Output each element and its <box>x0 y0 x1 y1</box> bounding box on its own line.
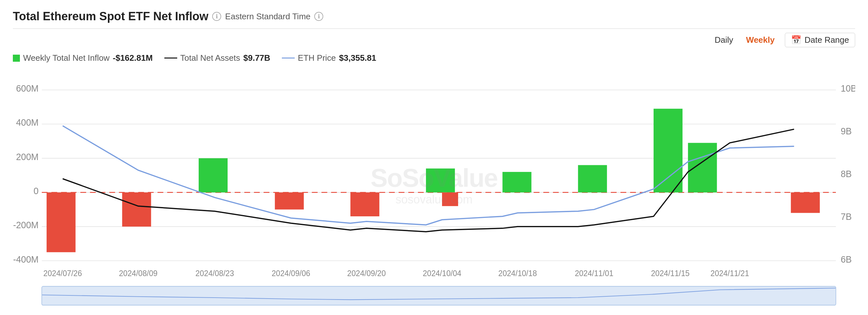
bar-7 <box>502 172 531 193</box>
svg-text:2024/08/23: 2024/08/23 <box>195 269 234 278</box>
legend-item-eth: ETH Price $3,355.81 <box>282 53 376 63</box>
svg-text:2024/10/18: 2024/10/18 <box>498 269 537 278</box>
bar-10 <box>688 143 717 193</box>
svg-text:-400M: -400M <box>13 254 38 264</box>
time-toggle-group: Daily Weekly <box>712 34 777 46</box>
inflow-legend-label: Weekly Total Net Inflow <box>23 53 110 63</box>
timezone-info-icon[interactable]: ℹ <box>314 12 323 21</box>
svg-text:2024/09/06: 2024/09/06 <box>272 269 310 278</box>
bar-2 <box>122 193 151 227</box>
legend-item-assets: Total Net Assets $9.77B <box>164 53 270 63</box>
bar-4 <box>275 193 304 209</box>
svg-text:200M: 200M <box>16 151 38 162</box>
svg-text:2024/11/21: 2024/11/21 <box>710 269 749 278</box>
bar-8 <box>578 165 607 193</box>
inflow-legend-value: -$162.81M <box>113 53 153 63</box>
assets-legend-line <box>164 58 177 58</box>
eth-legend-label: ETH Price <box>298 53 336 63</box>
bar-9 <box>654 109 682 192</box>
svg-text:2024/10/04: 2024/10/04 <box>423 269 461 278</box>
date-range-label: Date Range <box>804 35 849 45</box>
svg-text:2024/11/01: 2024/11/01 <box>575 269 614 278</box>
svg-text:6B: 6B <box>841 254 851 264</box>
eth-legend-value: $3,355.81 <box>339 53 376 63</box>
header-divider <box>13 28 855 29</box>
daily-toggle[interactable]: Daily <box>712 34 736 46</box>
chart-legend: Weekly Total Net Inflow -$162.81M Total … <box>13 53 855 63</box>
chart-svg: 600M 400M 200M 0 -200M -400M 10B 9B 8B 7… <box>13 69 855 309</box>
svg-text:7B: 7B <box>841 211 851 222</box>
eth-legend-line <box>282 58 295 58</box>
legend-item-inflow: Weekly Total Net Inflow -$162.81M <box>13 53 153 63</box>
bar-5 <box>350 193 379 216</box>
assets-legend-label: Total Net Assets <box>180 53 240 63</box>
svg-text:600M: 600M <box>16 83 38 93</box>
assets-legend-value: $9.77B <box>243 53 270 63</box>
svg-text:2024/07/26: 2024/07/26 <box>43 269 82 278</box>
svg-text:2024/11/15: 2024/11/15 <box>651 269 689 278</box>
svg-text:2024/08/09: 2024/08/09 <box>119 269 157 278</box>
date-range-button[interactable]: 📅 Date Range <box>785 33 855 47</box>
svg-text:2024/09/20: 2024/09/20 <box>347 269 386 278</box>
svg-text:9B: 9B <box>841 126 851 136</box>
bar-1 <box>46 193 75 252</box>
range-slider-bg[interactable] <box>42 286 836 305</box>
calendar-icon: 📅 <box>791 35 801 45</box>
bar-6 <box>426 168 455 192</box>
bar-11 <box>791 193 820 213</box>
toolbar: Daily Weekly 📅 Date Range <box>13 33 855 47</box>
svg-text:-200M: -200M <box>13 220 38 230</box>
svg-text:10B: 10B <box>841 83 855 93</box>
title-info-icon[interactable]: ℹ <box>212 12 221 21</box>
page-title: Total Ethereum Spot ETF Net Inflow <box>13 10 208 23</box>
bar-3 <box>199 158 227 192</box>
weekly-toggle[interactable]: Weekly <box>743 34 777 46</box>
svg-text:0: 0 <box>34 185 39 196</box>
svg-text:400M: 400M <box>16 117 38 128</box>
bar-12 <box>442 193 458 206</box>
svg-text:8B: 8B <box>841 168 851 179</box>
timezone-label: Eastern Standard Time <box>225 11 310 22</box>
inflow-legend-icon <box>13 55 20 62</box>
chart-container: SoSoValue sosovalue.com 600M 400M 200M 0… <box>13 69 855 309</box>
